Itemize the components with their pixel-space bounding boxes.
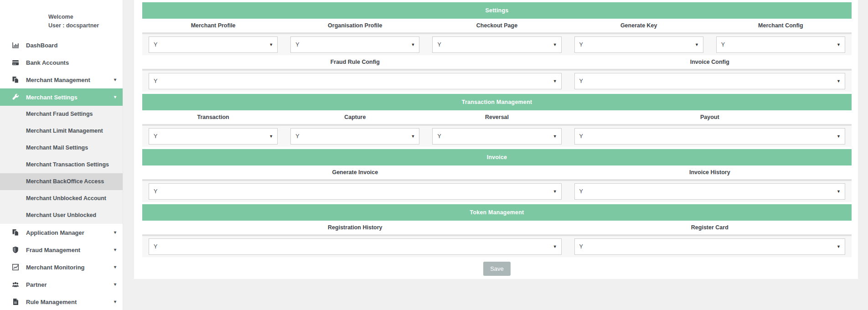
- welcome-text: Welcome: [48, 13, 123, 21]
- main-panel: SettingsMerchant ProfileOrganisation Pro…: [134, 0, 858, 279]
- field-label-row: Generate InvoiceInvoice History: [142, 165, 852, 179]
- field-label-checkout-page: Checkout Page: [426, 22, 568, 29]
- select-box-registration-history: Y▼: [149, 238, 562, 255]
- select-cell: Y▼: [142, 36, 284, 53]
- merchant-profile-select[interactable]: Y: [149, 37, 277, 52]
- registration-history-select[interactable]: Y: [149, 239, 561, 254]
- select-box-invoice-config: Y▼: [574, 73, 845, 89]
- field-label-generate-invoice: Generate Invoice: [142, 169, 568, 176]
- sidebar-item-label: Application Manager: [26, 229, 84, 236]
- submenu-item-merchant-fraud-settings[interactable]: Merchant Fraud Settings: [0, 106, 123, 123]
- select-box-register-card: Y▼: [574, 238, 845, 255]
- select-cell: Y▼: [142, 238, 568, 255]
- bank-card-icon: [11, 58, 20, 67]
- generate-key-select[interactable]: Y: [575, 37, 703, 52]
- sidebar: Welcome User : docspartner DashBoardBank…: [0, 0, 123, 310]
- select-cell: Y▼: [142, 73, 568, 89]
- section-header-invoice: Invoice: [142, 149, 852, 165]
- field-label-transaction: Transaction: [142, 114, 284, 120]
- section-header-transaction-management: Transaction Management: [142, 94, 852, 110]
- sidebar-item-label: Partner: [26, 281, 47, 288]
- invoice-history-select[interactable]: Y: [575, 184, 845, 199]
- save-button[interactable]: Save: [483, 262, 511, 276]
- select-box-generate-key: Y▼: [574, 36, 703, 53]
- select-box-reversal: Y▼: [432, 128, 561, 145]
- select-cell: Y▼: [426, 128, 568, 145]
- select-cell: Y▼: [568, 36, 710, 53]
- select-cell: Y▼: [142, 128, 284, 145]
- field-label-organisation-profile: Organisation Profile: [284, 22, 426, 29]
- sidebar-item-label: Merchant Management: [26, 77, 90, 83]
- sidebar-item-merchant-monitoring[interactable]: Merchant Monitoring▾: [0, 258, 123, 276]
- sidebar-item-label: Bank Accounts: [26, 59, 69, 66]
- field-select-row: Y▼Y▼Y▼Y▼: [142, 126, 852, 147]
- field-select-row: Y▼Y▼: [142, 236, 852, 257]
- shield-icon: [11, 246, 20, 254]
- submenu-item-merchant-transaction-settings[interactable]: Merchant Transaction Settings: [0, 156, 123, 173]
- reversal-select[interactable]: Y: [433, 129, 561, 144]
- sidebar-item-application-manager[interactable]: Application Manager▾: [0, 224, 123, 241]
- wrench-icon: [11, 93, 20, 101]
- select-cell: Y▼: [142, 183, 568, 200]
- sidebar-item-label: Merchant Monitoring: [26, 264, 85, 271]
- sidebar-item-merchant-management[interactable]: Merchant Management▾: [0, 71, 123, 88]
- sidebar-item-label: Merchant Settings: [26, 94, 78, 101]
- field-label-payout: Payout: [568, 114, 852, 120]
- register-card-select[interactable]: Y: [575, 239, 845, 254]
- fraud-rule-config-select[interactable]: Y: [149, 73, 561, 89]
- select-cell: Y▼: [568, 73, 852, 89]
- sidebar-item-partner[interactable]: Partner▾: [0, 276, 123, 293]
- merchant-config-select[interactable]: Y: [717, 37, 845, 52]
- sidebar-item-label: Fraud Management: [26, 247, 80, 253]
- section-header-token-management: Token Management: [142, 204, 852, 221]
- select-box-payout: Y▼: [574, 128, 845, 145]
- sidebar-item-label: DashBoard: [26, 42, 57, 49]
- field-label-row: Merchant ProfileOrganisation ProfileChec…: [142, 19, 852, 32]
- sidebar-item-label: Rule Management: [26, 299, 77, 305]
- chevron-down-icon: ▾: [114, 282, 116, 287]
- save-row: Save: [142, 262, 852, 276]
- select-box-invoice-history: Y▼: [574, 183, 845, 200]
- capture-select[interactable]: Y: [291, 129, 419, 144]
- sidebar-item-fraud-management[interactable]: Fraud Management▾: [0, 241, 123, 258]
- field-label-register-card: Register Card: [568, 224, 852, 231]
- field-label-merchant-config: Merchant Config: [710, 22, 852, 29]
- welcome-user: User : docspartner: [48, 21, 123, 30]
- field-select-row: Y▼Y▼Y▼Y▼Y▼: [142, 34, 852, 55]
- select-box-fraud-rule-config: Y▼: [149, 73, 562, 89]
- generate-invoice-select[interactable]: Y: [149, 184, 561, 199]
- field-label-capture: Capture: [284, 114, 426, 120]
- invoice-config-select[interactable]: Y: [575, 73, 845, 89]
- chevron-down-icon: ▾: [114, 78, 116, 82]
- submenu-item-merchant-backoffice-access[interactable]: Merchant BackOffice Access: [0, 173, 123, 190]
- select-cell: Y▼: [284, 128, 426, 145]
- submenu-item-merchant-user-unblocked[interactable]: Merchant User Unblocked: [0, 207, 123, 224]
- submenu-item-merchant-unblocked-account[interactable]: Merchant Unblocked Account: [0, 190, 123, 207]
- sidebar-item-bank-accounts[interactable]: Bank Accounts: [0, 54, 123, 71]
- sidebar-item-dashboard[interactable]: DashBoard: [0, 36, 123, 54]
- select-box-generate-invoice: Y▼: [149, 183, 562, 200]
- select-box-transaction: Y▼: [149, 128, 278, 145]
- users-group-icon: [11, 280, 20, 289]
- checkout-page-select[interactable]: Y: [433, 37, 561, 52]
- chevron-down-icon: ▾: [114, 95, 116, 99]
- transaction-select[interactable]: Y: [149, 129, 277, 144]
- chevron-down-icon: ▾: [114, 248, 116, 252]
- submenu-item-merchant-limit-management[interactable]: Merchant Limit Management: [0, 123, 123, 140]
- welcome-block: Welcome User : docspartner: [48, 13, 123, 30]
- select-box-checkout-page: Y▼: [432, 36, 561, 53]
- select-box-capture: Y▼: [290, 128, 419, 145]
- copy-pages-icon: [11, 228, 20, 237]
- payout-select[interactable]: Y: [575, 129, 845, 144]
- submenu-item-merchant-mail-settings[interactable]: Merchant Mail Settings: [0, 140, 123, 156]
- field-label-registration-history: Registration History: [142, 224, 568, 231]
- select-box-merchant-profile: Y▼: [149, 36, 278, 53]
- select-cell: Y▼: [568, 183, 852, 200]
- sidebar-item-merchant-settings[interactable]: Merchant Settings▾: [0, 88, 123, 106]
- organisation-profile-select[interactable]: Y: [291, 37, 419, 52]
- field-label-row: TransactionCaptureReversalPayout: [142, 110, 852, 124]
- field-label-row: Registration HistoryRegister Card: [142, 221, 852, 234]
- sidebar-item-rule-management[interactable]: Rule Management▾: [0, 293, 123, 310]
- field-label-invoice-config: Invoice Config: [568, 59, 852, 65]
- field-label-fraud-rule-config: Fraud Rule Config: [142, 59, 568, 65]
